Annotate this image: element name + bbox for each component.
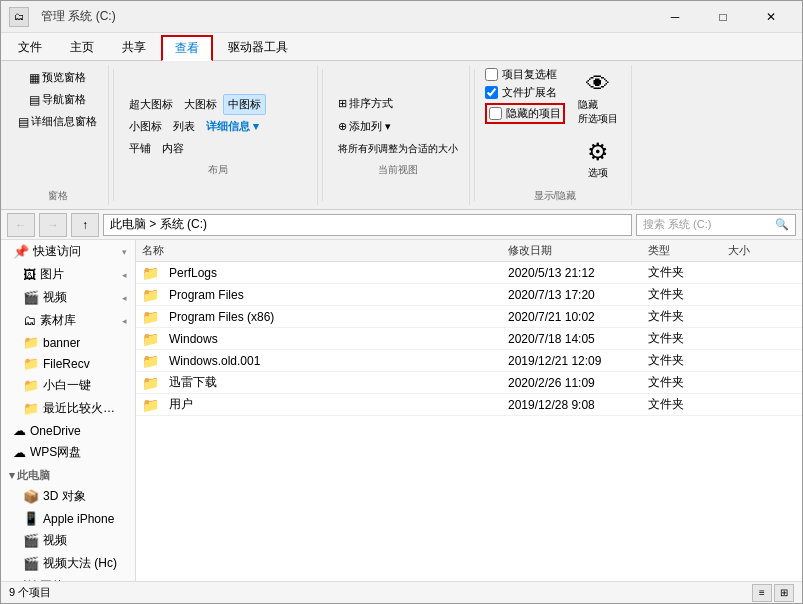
sidebar-item-pictures[interactable]: 🖼 图片 ◂ [1,263,135,286]
sidebar-item-wps[interactable]: ☁ WPS网盘 [1,441,135,464]
options-button[interactable]: ⚙ 选项 [576,135,620,185]
detail-button[interactable]: 详细信息 ▾ [201,116,264,137]
address-bar[interactable]: 此电脑 > 系统 (C:) [103,214,632,236]
tab-home[interactable]: 主页 [57,34,107,60]
col-size: 大小 [722,243,802,258]
sidebar-onedrive-label: OneDrive [30,424,81,438]
hidden-items-input[interactable] [489,107,502,120]
tab-share[interactable]: 共享 [109,34,159,60]
sidebar-item-recent[interactable]: 📁 最近比较火的ipl [1,397,135,420]
nav-pane-button[interactable]: ▤导航窗格 [24,89,91,110]
layout-label: 布局 [124,163,311,177]
ribbon-content: ▦预览窗格 ▤导航窗格 ▤详细信息窗格 窗格 超大图标 大图标 中图标 [1,61,802,209]
detail-icon: ▤ [18,115,29,129]
sidebar-3d-label: 3D 对象 [43,488,86,505]
large-icon-button[interactable]: 大图标 [179,94,222,115]
file-row[interactable]: 📁 用户 2019/12/28 9:08 文件夹 [136,394,802,416]
3d-icon: 📦 [23,489,39,504]
file-date: 2020/5/13 21:12 [502,266,642,280]
search-bar[interactable]: 搜索 系统 (C:) 🔍 [636,214,796,236]
file-row[interactable]: 📁 Program Files (x86) 2020/7/21 10:02 文件… [136,306,802,328]
file-type: 文件夹 [642,330,722,347]
col-date: 修改日期 [502,243,642,258]
title-bar-left: 🗂 管理 系统 (C:) [9,7,116,27]
minimize-button[interactable]: ─ [652,1,698,33]
panes-group: ▦预览窗格 ▤导航窗格 ▤详细信息窗格 窗格 [7,65,109,205]
content-button[interactable]: 内容 [157,138,189,159]
hidden-items-option: 隐藏的项目 [485,103,565,124]
file-ext-option: 文件扩展名 [485,85,565,100]
sidebar-item-video-hc[interactable]: 🎬 视频大法 (Hc) [1,552,135,575]
sidebar-video2-label: 视频 [43,532,67,549]
sidebar-item-filerecv[interactable]: 📁 FileRecv [1,353,135,374]
file-ext-input[interactable] [485,86,498,99]
tab-file[interactable]: 文件 [5,34,55,60]
status-list-view-btn[interactable]: ≡ [752,584,772,602]
forward-button[interactable]: → [39,213,67,237]
sort-button[interactable]: ⊞ 排序方式 [333,93,463,114]
sidebar: 📌 快速访问 ▾ 🖼 图片 ◂ 🎬 视频 ◂ 🗂 素材库 ◂ 📁 ba [1,240,136,581]
sort-icon: ⊞ [338,97,347,110]
file-name: 迅雷下载 [163,374,502,391]
sidebar-small-white-label: 小白一键 [43,377,91,394]
ribbon: 文件 主页 共享 查看 驱动器工具 ▦预览窗格 ▤导航窗格 ▤详细信息窗格 窗格 [1,33,802,210]
filerecv-icon: 📁 [23,356,39,371]
window-icon: 🗂 [9,7,29,27]
sidebar-item-materials[interactable]: 🗂 素材库 ◂ [1,309,135,332]
file-date: 2020/2/26 11:09 [502,376,642,390]
tab-drive-tools[interactable]: 驱动器工具 [215,34,301,60]
small-icon-button[interactable]: 小图标 [124,116,167,137]
file-row[interactable]: 📁 Windows.old.001 2019/12/21 12:09 文件夹 [136,350,802,372]
medium-icon-button[interactable]: 中图标 [223,94,266,115]
hide-label: 隐藏所选项目 [578,98,618,126]
folder-icon: 📁 [142,265,159,281]
preview-pane-button[interactable]: ▦预览窗格 [24,67,91,88]
small-white-icon: 📁 [23,378,39,393]
sidebar-item-onedrive[interactable]: ☁ OneDrive [1,420,135,441]
videos-arrow: ◂ [122,293,127,303]
sep1 [113,69,114,201]
list-button[interactable]: 列表 [168,116,200,137]
address-text: 此电脑 > 系统 (C:) [110,216,207,233]
file-type: 文件夹 [642,264,722,281]
up-button[interactable]: ↑ [71,213,99,237]
file-row[interactable]: 📁 迅雷下载 2020/2/26 11:09 文件夹 [136,372,802,394]
status-icon-view-btn[interactable]: ⊞ [774,584,794,602]
folder-icon: 📁 [142,353,159,369]
sidebar-item-videos[interactable]: 🎬 视频 ◂ [1,286,135,309]
file-name: 用户 [163,396,502,413]
sidebar-video-hc-label: 视频大法 (Hc) [43,555,117,572]
status-right: ≡ ⊞ [752,584,794,602]
file-date: 2020/7/21 10:02 [502,310,642,324]
file-name: Windows [163,332,502,346]
recent-icon: 📁 [23,401,39,416]
title-bar: 🗂 管理 系统 (C:) ─ □ ✕ [1,1,802,33]
this-pc-label: 此电脑 [17,468,50,483]
file-row[interactable]: 📁 Windows 2020/7/18 14:05 文件夹 [136,328,802,350]
item-checkbox-input[interactable] [485,68,498,81]
close-button[interactable]: ✕ [748,1,794,33]
materials-icon: 🗂 [23,313,36,328]
sidebar-item-small-white[interactable]: 📁 小白一键 [1,374,135,397]
sidebar-wps-label: WPS网盘 [30,444,81,461]
detail-pane-button[interactable]: ▤详细信息窗格 [13,111,102,132]
maximize-button[interactable]: □ [700,1,746,33]
sep2 [322,69,323,201]
huge-icon-button[interactable]: 超大图标 [124,94,178,115]
sidebar-item-quick-access[interactable]: 📌 快速访问 ▾ [1,240,135,263]
sidebar-item-banner[interactable]: 📁 banner [1,332,135,353]
tile-button[interactable]: 平铺 [124,138,156,159]
tab-view[interactable]: 查看 [161,35,213,61]
sidebar-item-video2[interactable]: 🎬 视频 [1,529,135,552]
adjust-col-button[interactable]: 将所有列调整为合适的大小 [333,139,463,159]
back-button[interactable]: ← [7,213,35,237]
file-date: 2019/12/21 12:09 [502,354,642,368]
add-col-button[interactable]: ⊕ 添加列 ▾ [333,116,463,137]
sidebar-item-3d[interactable]: 📦 3D 对象 [1,485,135,508]
sidebar-item-apple-iphone[interactable]: 📱 Apple iPhone [1,508,135,529]
video-hc-icon: 🎬 [23,556,39,571]
file-row[interactable]: 📁 Program Files 2020/7/13 17:20 文件夹 [136,284,802,306]
file-name: PerfLogs [163,266,502,280]
hide-button[interactable]: 👁 隐藏所选项目 [571,67,625,131]
file-row[interactable]: 📁 PerfLogs 2020/5/13 21:12 文件夹 [136,262,802,284]
